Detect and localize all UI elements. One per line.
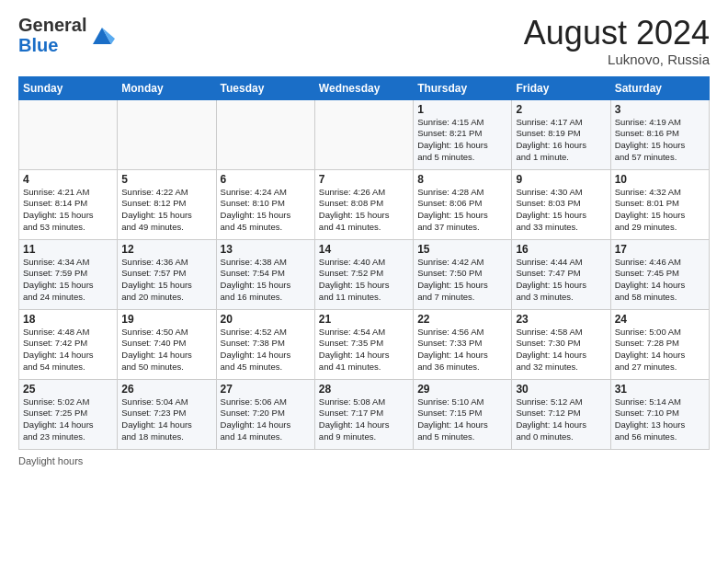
day-number: 27 xyxy=(221,383,311,396)
cell-text: and 27 minutes. xyxy=(615,362,705,373)
cell-text: Sunrise: 5:06 AM xyxy=(221,396,311,408)
header: General Blue August 2024 Luknovo, Russia xyxy=(18,15,710,67)
calendar-week-row: 4Sunrise: 4:21 AMSunset: 8:14 PMDaylight… xyxy=(19,169,710,239)
cell-text: Daylight: 15 hours xyxy=(417,210,507,222)
cell-text: Sunrise: 4:22 AM xyxy=(121,187,211,199)
cell-text: and 45 minutes. xyxy=(221,222,311,234)
cell-text: Daylight: 16 hours xyxy=(417,140,507,152)
cell-text: Sunrise: 4:19 AM xyxy=(615,117,705,129)
cell-text: Sunrise: 4:40 AM xyxy=(319,257,409,269)
cell-text: Daylight: 14 hours xyxy=(615,350,705,362)
dow-header: Thursday xyxy=(414,76,512,99)
cell-text: Sunrise: 4:52 AM xyxy=(221,327,311,339)
calendar-cell: 6Sunrise: 4:24 AMSunset: 8:10 PMDaylight… xyxy=(216,169,314,239)
cell-text: Sunset: 7:17 PM xyxy=(319,408,409,419)
day-number: 25 xyxy=(23,383,113,396)
calendar-cell: 27Sunrise: 5:06 AMSunset: 7:20 PMDayligh… xyxy=(216,379,314,449)
cell-text: Daylight: 15 hours xyxy=(23,280,113,292)
cell-text: Sunrise: 4:32 AM xyxy=(615,187,705,199)
cell-text: Daylight: 14 hours xyxy=(121,350,211,362)
cell-text: Sunrise: 4:24 AM xyxy=(221,187,311,199)
cell-text: Sunrise: 4:48 AM xyxy=(23,327,113,339)
cell-text: and 50 minutes. xyxy=(121,362,211,373)
cell-text: and 0 minutes. xyxy=(516,431,606,443)
cell-text: Sunset: 7:35 PM xyxy=(319,338,409,350)
day-number: 1 xyxy=(417,103,507,116)
cell-text: Sunset: 7:10 PM xyxy=(615,408,705,419)
cell-text: Sunset: 7:33 PM xyxy=(417,338,507,350)
cell-text: Daylight: 15 hours xyxy=(221,280,311,292)
calendar-cell: 22Sunrise: 4:56 AMSunset: 7:33 PMDayligh… xyxy=(414,309,512,379)
day-number: 20 xyxy=(221,313,311,326)
cell-text: Sunrise: 4:54 AM xyxy=(319,327,409,339)
cell-text: Daylight: 14 hours xyxy=(516,419,606,431)
calendar-cell: 8Sunrise: 4:28 AMSunset: 8:06 PMDaylight… xyxy=(414,169,512,239)
cell-text: Sunrise: 5:00 AM xyxy=(615,327,705,339)
cell-text: Daylight: 14 hours xyxy=(615,280,705,292)
cell-text: Sunrise: 4:30 AM xyxy=(516,187,606,199)
dow-header: Tuesday xyxy=(216,76,314,99)
cell-text: Sunrise: 4:50 AM xyxy=(121,327,211,339)
calendar-cell: 10Sunrise: 4:32 AMSunset: 8:01 PMDayligh… xyxy=(610,169,709,239)
calendar-cell: 16Sunrise: 4:44 AMSunset: 7:47 PMDayligh… xyxy=(512,239,610,309)
logo: General Blue xyxy=(18,15,115,55)
calendar-cell: 29Sunrise: 5:10 AMSunset: 7:15 PMDayligh… xyxy=(414,379,512,449)
calendar-cell: 30Sunrise: 5:12 AMSunset: 7:12 PMDayligh… xyxy=(512,379,610,449)
calendar-cell: 23Sunrise: 4:58 AMSunset: 7:30 PMDayligh… xyxy=(512,309,610,379)
day-number: 24 xyxy=(615,313,705,326)
cell-text: Sunset: 8:16 PM xyxy=(615,128,705,140)
cell-text: Sunset: 7:23 PM xyxy=(121,408,211,419)
cell-text: Sunrise: 4:26 AM xyxy=(319,187,409,199)
cell-text: Daylight: 15 hours xyxy=(319,210,409,222)
cell-text: Daylight: 14 hours xyxy=(23,350,113,362)
cell-text: Daylight: 15 hours xyxy=(615,210,705,222)
cell-text: Sunset: 7:47 PM xyxy=(516,268,606,280)
cell-text: and 36 minutes. xyxy=(417,362,507,373)
cell-text: Sunset: 8:08 PM xyxy=(319,198,409,210)
calendar-cell xyxy=(216,99,314,169)
location: Luknovo, Russia xyxy=(524,52,710,67)
day-number: 8 xyxy=(417,173,507,186)
cell-text: and 7 minutes. xyxy=(417,292,507,304)
day-number: 14 xyxy=(319,243,409,256)
cell-text: and 53 minutes. xyxy=(23,222,113,234)
day-number: 22 xyxy=(417,313,507,326)
daylight-label: Daylight hours xyxy=(18,455,83,466)
cell-text: and 9 minutes. xyxy=(319,431,409,443)
cell-text: Sunrise: 4:21 AM xyxy=(23,187,113,199)
title-block: August 2024 Luknovo, Russia xyxy=(524,15,710,67)
calendar-cell: 20Sunrise: 4:52 AMSunset: 7:38 PMDayligh… xyxy=(216,309,314,379)
day-number: 12 xyxy=(121,243,211,256)
cell-text: Daylight: 14 hours xyxy=(221,350,311,362)
cell-text: Sunset: 8:06 PM xyxy=(417,198,507,210)
calendar-week-row: 25Sunrise: 5:02 AMSunset: 7:25 PMDayligh… xyxy=(19,379,710,449)
calendar-cell: 1Sunrise: 4:15 AMSunset: 8:21 PMDaylight… xyxy=(414,99,512,169)
cell-text: and 41 minutes. xyxy=(319,222,409,234)
day-number: 19 xyxy=(121,313,211,326)
calendar-cell: 26Sunrise: 5:04 AMSunset: 7:23 PMDayligh… xyxy=(118,379,216,449)
cell-text: Sunrise: 5:02 AM xyxy=(23,396,113,408)
day-number: 30 xyxy=(516,383,606,396)
cell-text: Sunrise: 4:58 AM xyxy=(516,327,606,339)
cell-text: Daylight: 14 hours xyxy=(417,419,507,431)
cell-text: Sunset: 7:28 PM xyxy=(615,338,705,350)
cell-text: Sunrise: 4:44 AM xyxy=(516,257,606,269)
cell-text: Sunrise: 4:46 AM xyxy=(615,257,705,269)
cell-text: Daylight: 15 hours xyxy=(319,280,409,292)
day-number: 5 xyxy=(121,173,211,186)
cell-text: Sunset: 8:12 PM xyxy=(121,198,211,210)
calendar-week-row: 18Sunrise: 4:48 AMSunset: 7:42 PMDayligh… xyxy=(19,309,710,379)
calendar-cell: 2Sunrise: 4:17 AMSunset: 8:19 PMDaylight… xyxy=(512,99,610,169)
cell-text: Daylight: 14 hours xyxy=(417,350,507,362)
day-number: 31 xyxy=(615,383,705,396)
cell-text: Daylight: 15 hours xyxy=(121,210,211,222)
cell-text: Sunrise: 4:56 AM xyxy=(417,327,507,339)
cell-text: Daylight: 14 hours xyxy=(121,419,211,431)
calendar-cell xyxy=(314,99,413,169)
calendar-cell: 12Sunrise: 4:36 AMSunset: 7:57 PMDayligh… xyxy=(118,239,216,309)
page: General Blue August 2024 Luknovo, Russia… xyxy=(0,0,728,477)
cell-text: and 11 minutes. xyxy=(319,292,409,304)
calendar-cell: 7Sunrise: 4:26 AMSunset: 8:08 PMDaylight… xyxy=(314,169,413,239)
cell-text: Sunset: 8:21 PM xyxy=(417,128,507,140)
cell-text: Daylight: 14 hours xyxy=(516,350,606,362)
